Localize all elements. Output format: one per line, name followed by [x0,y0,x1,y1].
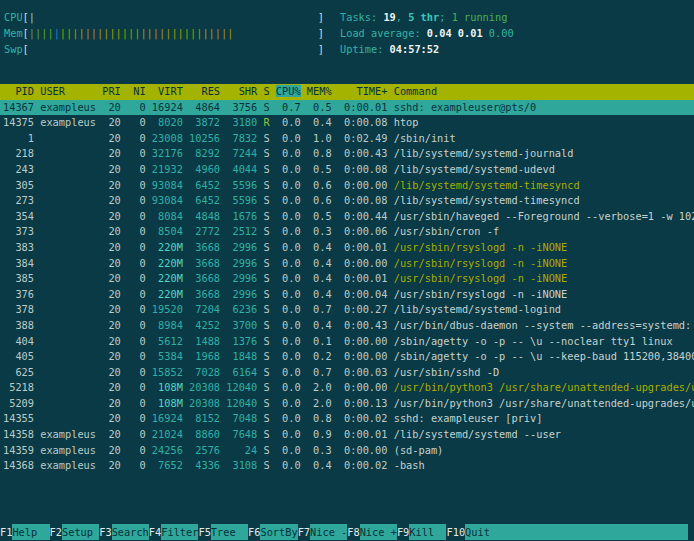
column-header-mem[interactable]: MEM% [307,85,332,97]
cell-shr: 6164 [226,366,257,378]
fkey-f5[interactable]: F5 [198,524,210,540]
tasks-threads: 5 thr [408,11,439,23]
meter-bar-segment: |||| [29,27,54,39]
cell-pid: 384 [3,257,34,269]
column-header-cpu[interactable]: CPU% [276,85,301,97]
fkey-f7-label[interactable]: Nice - [310,524,347,540]
fkey-f9-label[interactable]: Kill [409,524,446,540]
column-header-command[interactable]: Command [394,85,437,97]
cell-shr: 7244 [226,147,257,159]
process-row[interactable]: 385 20 0 220M 3668 2996 S 0.0 0.4 0:00.0… [0,271,694,287]
cell-cpu: 0.0 [276,319,301,331]
cell-pri: 20 [102,303,121,315]
cell-cmd: /usr/sbin/rsyslogd -n -iNONE [394,272,568,284]
process-row[interactable]: 404 20 0 5612 1488 1376 S 0.0 0.1 0:00.0… [0,334,694,350]
cell-cpu: 0.7 [276,101,301,113]
cell-ni: 0 [127,132,146,144]
cell-pid: 373 [3,225,34,237]
fkey-f3-label[interactable]: Search [112,524,149,540]
cell-pid: 405 [3,350,34,362]
fkey-f3[interactable]: F3 [99,524,111,540]
cell-time: 0:00.00 [338,444,388,456]
process-row[interactable]: 14358 exampleus 20 0 21024 8860 7648 S 0… [0,427,694,443]
load-15min: 0.00 [483,27,514,39]
fkey-f2[interactable]: F2 [50,524,62,540]
process-row[interactable]: 5218 20 0 108M 20308 12040 S 0.0 2.0 0:0… [0,380,694,396]
column-header-pri[interactable]: PRI [102,85,121,97]
cell-shr: 2512 [226,225,257,237]
fkey-f4[interactable]: F4 [149,524,161,540]
process-row[interactable]: 384 20 0 220M 3668 2996 S 0.0 0.4 0:00.0… [0,256,694,272]
column-header-s[interactable]: S [263,85,269,97]
process-row[interactable]: 14368 exampleus 20 0 7652 4336 3108 S 0.… [0,458,694,474]
process-row[interactable]: 218 20 0 32176 8292 7244 S 0.0 0.8 0:00.… [0,146,694,162]
column-header-ni[interactable]: NI [127,85,146,97]
cell-cmd: /usr/bin/python3 /usr/share/unattended-u… [394,397,694,409]
cell-cpu: 0.0 [276,397,301,409]
column-header-res[interactable]: RES [189,85,220,97]
process-row[interactable]: 376 20 0 220M 3668 2996 S 0.0 0.4 0:00.0… [0,287,694,303]
column-header-user[interactable]: USER [40,85,96,97]
cell-shr: 2996 [226,257,257,269]
process-row[interactable]: 373 20 0 8504 2772 2512 S 0.0 0.3 0:00.0… [0,224,694,240]
cell-mem: 0.4 [307,116,332,128]
tasks-sep: , [396,11,408,23]
fkey-f2-label[interactable]: Setup [62,524,99,540]
column-header-time[interactable]: TIME+ [338,85,388,97]
process-row[interactable]: 354 20 0 8084 4848 1676 S 0.0 0.5 0:00.4… [0,209,694,225]
fkey-f4-label[interactable]: Filter [161,524,198,540]
cell-ni: 0 [127,444,146,456]
process-row[interactable]: 5209 20 0 108M 20308 12040 S 0.0 2.0 0:0… [0,396,694,412]
process-row[interactable]: 243 20 0 21932 4960 4044 S 0.0 0.5 0:00.… [0,162,694,178]
cell-cmd: /lib/systemd/systemd-timesyncd [394,194,580,206]
cell-user [40,163,96,175]
process-row[interactable]: 14355 20 0 16924 8152 7048 S 0.0 0.8 0:0… [0,411,694,427]
fkey-f8-label[interactable]: Nice + [360,524,397,540]
cell-mem: 0.8 [307,147,332,159]
cell-pid: 14355 [3,412,34,424]
process-row[interactable]: 14359 exampleus 20 0 24256 2576 24 S 0.0… [0,443,694,459]
process-row[interactable]: 405 20 0 5384 1968 1848 S 0.0 0.2 0:00.0… [0,349,694,365]
fkey-f6-label[interactable]: SortBy [260,524,297,540]
cell-virt: 5612 [152,335,183,347]
cell-pid: 5209 [3,397,34,409]
cell-pri: 20 [102,101,121,113]
process-row[interactable]: 273 20 0 93084 6452 5596 S 0.0 0.6 0:00.… [0,193,694,209]
column-header-virt[interactable]: VIRT [152,85,183,97]
cell-cmd: htop [394,116,419,128]
column-header-pid[interactable]: PID [3,85,34,97]
cell-mem: 0.5 [307,163,332,175]
cell-res: 4864 [189,101,220,113]
process-row[interactable]: 14367 exampleus 20 0 16924 4864 3756 S 0… [0,100,694,116]
process-row[interactable]: 1 20 0 23008 10256 7832 S 0.0 1.0 0:02.4… [0,131,694,147]
fkey-f1[interactable]: F1 [0,524,12,540]
cell-mem: 1.0 [307,132,332,144]
fkey-f9[interactable]: F9 [397,524,409,540]
fkey-f6[interactable]: F6 [248,524,260,540]
process-row[interactable]: 305 20 0 93084 6452 5596 S 0.0 0.6 0:00.… [0,178,694,194]
process-row[interactable]: 14375 exampleus 20 0 8020 3872 3180 R 0.… [0,115,694,131]
cell-s: S [263,366,269,378]
cell-res: 3668 [189,288,220,300]
cell-res: 3668 [189,272,220,284]
cell-s: S [263,459,269,471]
cell-ni: 0 [127,350,146,362]
cell-cpu: 0.0 [276,147,301,159]
column-header-shr[interactable]: SHR [226,85,257,97]
fkey-f10-label[interactable]: Quit [465,524,688,540]
fkey-f10[interactable]: F10 [446,524,465,540]
cell-cpu: 0.0 [276,210,301,222]
fkey-f1-label[interactable]: Help [12,524,49,540]
process-row[interactable]: 625 20 0 15852 7028 6164 S 0.0 0.7 0:00.… [0,365,694,381]
process-row[interactable]: 383 20 0 220M 3668 2996 S 0.0 0.4 0:00.0… [0,240,694,256]
fkey-f5-label[interactable]: Tree [211,524,248,540]
process-row[interactable]: 378 20 0 19520 7204 6236 S 0.0 0.7 0:00.… [0,302,694,318]
fkey-f7[interactable]: F7 [298,524,310,540]
cell-ni: 0 [127,194,146,206]
fkey-f8[interactable]: F8 [347,524,359,540]
cell-pri: 20 [102,444,121,456]
cell-time: 0:00.08 [338,194,388,206]
tasks-line: Tasks: 19, 5 thr; 1 running [340,9,514,25]
process-row[interactable]: 388 20 0 8984 4252 3700 S 0.0 0.4 0:00.4… [0,318,694,334]
cell-time: 0:00.03 [338,366,388,378]
